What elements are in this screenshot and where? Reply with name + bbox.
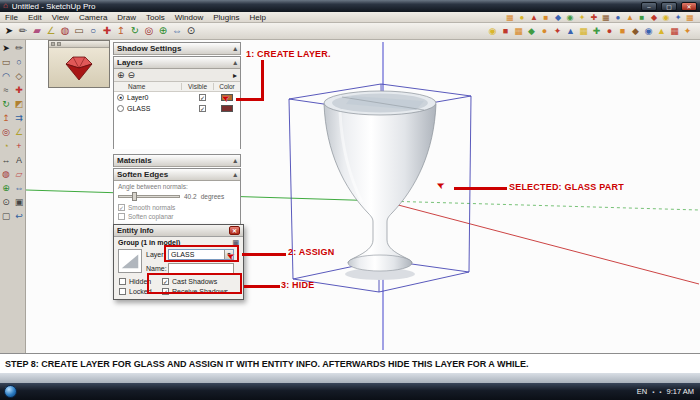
rectangle-tool-icon[interactable]: ▭ <box>72 23 86 39</box>
select-tool-icon[interactable]: ➤ <box>2 23 16 39</box>
collapse-icon[interactable]: ▴ <box>233 171 237 179</box>
axes-tool-icon[interactable]: + <box>13 140 25 153</box>
shadow-settings-header[interactable]: Shadow Settings ▴ <box>114 43 240 55</box>
hidden-checkbox[interactable] <box>119 278 126 285</box>
slider-handle[interactable] <box>132 192 137 201</box>
minimize-button[interactable]: – <box>641 2 657 11</box>
plugin-square2-icon[interactable]: ■ <box>616 23 629 39</box>
arc-tool-icon[interactable]: ◠ <box>0 70 12 83</box>
plugin-ring-icon[interactable]: ◉ <box>564 12 576 23</box>
menu-draw[interactable]: Draw <box>112 12 141 23</box>
layers-panel-header[interactable]: Layers ▴ <box>114 57 240 69</box>
tray-icon[interactable]: ▪ <box>652 389 654 395</box>
layer-visible-checkbox[interactable]: ✓ <box>199 105 206 112</box>
plugin-gem-icon[interactable]: ◆ <box>552 12 564 23</box>
plugin-diamond-icon[interactable]: ◆ <box>648 12 660 23</box>
paint-bucket-icon[interactable]: ◍ <box>58 23 72 39</box>
line-tool-icon[interactable]: ✏ <box>16 23 30 39</box>
layer-visible-checkbox[interactable]: ✓ <box>199 94 206 101</box>
protractor-tool-icon[interactable]: ◔ <box>0 140 12 153</box>
layer-row-glass[interactable]: GLASS ✓ <box>114 103 240 114</box>
language-indicator[interactable]: EN <box>637 387 647 396</box>
plugin-tri2-icon[interactable]: ▲ <box>564 23 577 39</box>
plugin-ring2-icon[interactable]: ◉ <box>486 23 499 39</box>
polygon-tool-icon[interactable]: ◇ <box>13 70 25 83</box>
plugin-ring3-icon[interactable]: ◉ <box>642 23 655 39</box>
plugin-diamond2-icon[interactable]: ◆ <box>629 23 642 39</box>
preview-panel-header[interactable] <box>49 41 109 48</box>
move-tool-icon[interactable]: ✚ <box>13 84 25 97</box>
tray-icon[interactable]: ▪ <box>659 389 661 395</box>
offset-tool-icon[interactable]: ◎ <box>142 23 156 39</box>
pushpull-tool-icon[interactable]: ↥ <box>0 112 12 125</box>
paint-bucket-icon[interactable]: ◍ <box>0 168 12 181</box>
menu-view[interactable]: View <box>47 12 74 23</box>
layers-details-arrow-icon[interactable]: ▸ <box>233 71 237 80</box>
plugin-grid3-icon[interactable]: ▦ <box>668 23 681 39</box>
plugin-cube2-icon[interactable]: ■ <box>499 23 512 39</box>
gem-thumbnail[interactable] <box>49 48 109 87</box>
smooth-normals-checkbox[interactable]: ✓ <box>118 204 125 211</box>
pushpull-tool-icon[interactable]: ↥ <box>114 23 128 39</box>
orbit-tool-icon[interactable]: ⊕ <box>156 23 170 39</box>
line-tool-icon[interactable]: ✏ <box>13 42 25 55</box>
zoom-tool-icon[interactable]: ⊙ <box>0 196 12 209</box>
eraser-tool-icon[interactable]: ▰ <box>30 23 44 39</box>
angle-slider[interactable] <box>118 195 180 198</box>
clock[interactable]: 9:17 AM <box>666 387 694 396</box>
maximize-button[interactable]: ▢ <box>661 2 677 11</box>
rotate-tool-icon[interactable]: ↻ <box>0 98 12 111</box>
plugin-grid-icon[interactable]: ▦ <box>600 12 612 23</box>
layer-color-swatch[interactable] <box>221 105 233 112</box>
collapse-icon[interactable]: ▴ <box>233 59 237 67</box>
menu-window[interactable]: Window <box>170 12 208 23</box>
plugin-star2-icon[interactable]: ✦ <box>551 23 564 39</box>
plugin-cone-icon[interactable]: ▲ <box>528 12 540 23</box>
plugin-gem2-icon[interactable]: ◆ <box>525 23 538 39</box>
column-header-visible[interactable]: Visible <box>182 83 214 90</box>
plugin-dot-icon[interactable]: ● <box>612 12 624 23</box>
soften-edges-header[interactable]: Soften Edges ▴ <box>114 169 240 181</box>
freehand-tool-icon[interactable]: ≈ <box>0 84 12 97</box>
plugin-dot2-icon[interactable]: ● <box>538 23 551 39</box>
plugin-spark-icon[interactable]: ✦ <box>672 12 684 23</box>
circle-tool-icon[interactable]: ○ <box>86 23 100 39</box>
tape-measure-icon[interactable]: ∠ <box>13 126 25 139</box>
plugin-box2-icon[interactable]: ▦ <box>684 12 696 23</box>
plugin-target-icon[interactable]: ◉ <box>660 12 672 23</box>
plugin-grid2-icon[interactable]: ▦ <box>512 23 525 39</box>
title-bar[interactable]: ⌂ Untitled - SketchUp Pro – ▢ ✕ <box>0 0 700 12</box>
plugin-sphere2-icon[interactable]: ● <box>603 23 616 39</box>
entity-info-titlebar[interactable]: Entity Info ✕ <box>114 225 243 237</box>
collapse-icon[interactable]: ▴ <box>233 45 237 53</box>
glass-model[interactable] <box>324 91 436 280</box>
dimension-tool-icon[interactable]: ↔ <box>0 154 12 167</box>
start-orb-icon[interactable] <box>4 385 17 398</box>
plugin-tri-icon[interactable]: ▲ <box>624 12 636 23</box>
plugin-box-icon[interactable]: ▦ <box>504 12 516 23</box>
collapse-icon[interactable]: ▴ <box>233 157 237 165</box>
current-layer-radio[interactable]: ● <box>117 94 124 101</box>
locked-checkbox[interactable] <box>119 288 126 295</box>
text-tool-icon[interactable]: A <box>13 154 25 167</box>
column-header-name[interactable]: Name <box>114 83 182 90</box>
column-header-color[interactable]: Color <box>214 83 240 90</box>
pan-tool-icon[interactable]: ⇔ <box>13 182 25 195</box>
circle-tool-icon[interactable]: ○ <box>13 56 25 69</box>
menu-plugins[interactable]: Plugins <box>208 12 244 23</box>
followme-tool-icon[interactable]: ⇉ <box>13 112 25 125</box>
plugin-spark2-icon[interactable]: ✦ <box>681 23 694 39</box>
scale-tool-icon[interactable]: ◩ <box>13 98 25 111</box>
close-button[interactable]: ✕ <box>681 2 697 11</box>
zoom-tool-icon[interactable]: ⊙ <box>184 23 198 39</box>
menu-help[interactable]: Help <box>244 12 270 23</box>
soften-coplanar-checkbox[interactable] <box>118 213 125 220</box>
zoom-extents-icon[interactable]: ▢ <box>0 210 12 223</box>
menu-tools[interactable]: Tools <box>141 12 170 23</box>
section-plane-icon[interactable]: ▱ <box>13 168 25 181</box>
menu-edit[interactable]: Edit <box>23 12 47 23</box>
plugin-sphere-icon[interactable]: ● <box>516 12 528 23</box>
remove-layer-button[interactable]: ⊖ <box>128 69 136 81</box>
plugin-star-icon[interactable]: ✦ <box>576 12 588 23</box>
plugin-cube-icon[interactable]: ■ <box>540 12 552 23</box>
